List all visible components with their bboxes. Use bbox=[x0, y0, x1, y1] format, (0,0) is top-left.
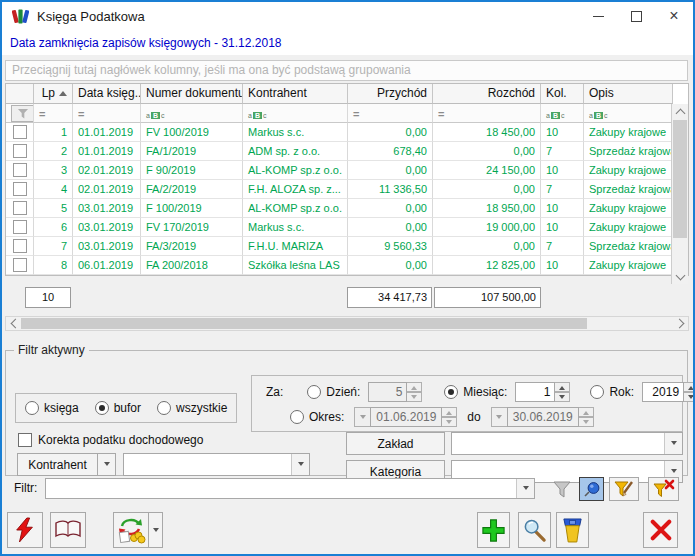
combo-dropdown-icon[interactable] bbox=[291, 454, 309, 475]
table-row[interactable]: 603.01.2019FV 170/2019Markus s.c.0,0019 … bbox=[6, 218, 688, 237]
row-checkbox[interactable] bbox=[13, 163, 27, 177]
pin-filter-button[interactable] bbox=[579, 477, 604, 501]
kontrahent-button[interactable]: Kontrahent bbox=[17, 453, 98, 476]
view-record-button[interactable] bbox=[518, 512, 551, 548]
combo-dropdown-icon[interactable] bbox=[516, 479, 534, 498]
column-header-select[interactable] bbox=[6, 84, 34, 104]
table-row[interactable]: 402.01.2019FA/2/2019F.H. ALOZA sp. z...1… bbox=[6, 180, 688, 199]
kontrahent-combo-value[interactable] bbox=[124, 454, 291, 475]
table-row[interactable]: 302.01.2019F 90/2019AL-KOMP sp.z o.o.0,0… bbox=[6, 161, 688, 180]
column-header-data[interactable]: Data księg... bbox=[73, 84, 141, 104]
table-row[interactable]: 806.01.2019FA 200/2018Szkółka leśna LAS0… bbox=[6, 256, 688, 275]
column-header-rozchod[interactable]: Rozchód bbox=[433, 84, 541, 104]
close-button[interactable]: × bbox=[655, 2, 693, 30]
radio-dzien[interactable]: Dzień: bbox=[307, 385, 360, 399]
okres-from-field[interactable]: 01.06.2019 bbox=[354, 407, 457, 427]
spin-down-icon[interactable] bbox=[555, 392, 570, 402]
renumber-button[interactable] bbox=[113, 512, 149, 548]
spin-down-icon[interactable] bbox=[407, 392, 422, 402]
filter-cell-rozchod[interactable]: = bbox=[433, 104, 541, 123]
radio-bufor[interactable]: bufor bbox=[95, 401, 141, 415]
close-window-button[interactable] bbox=[643, 512, 678, 548]
horizontal-scrollbar[interactable] bbox=[5, 316, 689, 331]
filtr-combo[interactable] bbox=[45, 478, 535, 499]
spin-down-icon[interactable] bbox=[579, 417, 594, 427]
zaklad-combo[interactable] bbox=[451, 432, 683, 455]
rok-spinner[interactable]: 2019 bbox=[642, 382, 695, 402]
rok-value[interactable]: 2019 bbox=[642, 382, 684, 402]
scroll-down-button[interactable] bbox=[672, 269, 688, 284]
okres-from-value[interactable]: 01.06.2019 bbox=[370, 407, 442, 427]
column-header-przychod[interactable]: Przychód bbox=[348, 84, 433, 104]
column-header-kol[interactable]: Kol. bbox=[541, 84, 584, 104]
horizontal-scroll-thumb[interactable] bbox=[21, 318, 587, 329]
renumber-dropdown-button[interactable] bbox=[148, 512, 163, 548]
cell-lp: 4 bbox=[34, 180, 73, 199]
table-row[interactable]: 703.01.2019FA/3/2019F.H.U. MARIZA9 560,3… bbox=[6, 237, 688, 256]
dzien-value[interactable]: 5 bbox=[368, 382, 407, 402]
filter-row-funnel-button[interactable] bbox=[11, 105, 34, 122]
maximize-button[interactable] bbox=[617, 2, 655, 30]
okres-to-field[interactable]: 30.06.2019 bbox=[491, 407, 594, 427]
date-dropdown-icon[interactable] bbox=[354, 407, 370, 427]
radio-ksiega[interactable]: księga bbox=[25, 401, 79, 415]
zaklad-button[interactable]: Zakład bbox=[346, 432, 445, 455]
spin-up-icon[interactable] bbox=[684, 382, 695, 392]
kontrahent-combo[interactable] bbox=[123, 453, 310, 476]
column-header-opis[interactable]: Opis bbox=[584, 84, 673, 104]
spin-up-icon[interactable] bbox=[579, 407, 594, 417]
filter-cell-lp[interactable]: = bbox=[34, 104, 73, 123]
filter-cell-kol[interactable]: aBc bbox=[541, 104, 584, 123]
scroll-right-button[interactable] bbox=[673, 317, 688, 330]
book-button[interactable] bbox=[50, 512, 86, 548]
delete-record-button[interactable] bbox=[556, 512, 589, 548]
row-checkbox[interactable] bbox=[13, 239, 27, 253]
spin-up-icon[interactable] bbox=[442, 407, 457, 417]
radio-okres[interactable]: Okres: bbox=[290, 410, 344, 424]
filter-cell-opis[interactable]: aBc bbox=[584, 104, 673, 123]
filter-cell-przychod[interactable]: = bbox=[348, 104, 433, 123]
table-row[interactable]: 101.01.2019FV 100/2019Markus s.c.0,0018 … bbox=[6, 123, 688, 142]
edit-filter-button[interactable] bbox=[609, 477, 639, 501]
filtr-combo-value[interactable] bbox=[46, 479, 516, 498]
row-checkbox[interactable] bbox=[13, 220, 27, 234]
filter-funnel-button[interactable] bbox=[548, 477, 576, 501]
miesiac-value[interactable]: 1 bbox=[515, 382, 555, 402]
quick-post-button[interactable] bbox=[7, 512, 43, 548]
vertical-scrollbar[interactable] bbox=[671, 104, 688, 284]
column-header-numer[interactable]: Numer dokumentu bbox=[141, 84, 243, 104]
clear-filter-button[interactable] bbox=[648, 477, 679, 501]
date-dropdown-icon[interactable] bbox=[491, 407, 507, 427]
filter-cell-data[interactable]: = bbox=[73, 104, 141, 123]
spin-down-icon[interactable] bbox=[684, 392, 695, 402]
vertical-scroll-thumb[interactable] bbox=[673, 120, 687, 238]
radio-miesiac[interactable]: Miesiąc: bbox=[444, 385, 507, 399]
radio-rok[interactable]: Rok: bbox=[590, 385, 634, 399]
row-checkbox[interactable] bbox=[13, 258, 27, 272]
scroll-left-button[interactable] bbox=[6, 317, 21, 330]
table-row[interactable]: 503.01.2019F 100/2019AL-KOMP sp.z o.o.0,… bbox=[6, 199, 688, 218]
row-checkbox[interactable] bbox=[13, 144, 27, 158]
row-checkbox[interactable] bbox=[13, 182, 27, 196]
zaklad-combo-value[interactable] bbox=[452, 433, 664, 454]
okres-to-value[interactable]: 30.06.2019 bbox=[507, 407, 579, 427]
kontrahent-dropdown-button[interactable] bbox=[97, 453, 116, 476]
spin-up-icon[interactable] bbox=[555, 382, 570, 392]
add-record-button[interactable] bbox=[477, 512, 510, 548]
radio-wszystkie[interactable]: wszystkie bbox=[157, 401, 227, 415]
miesiac-spinner[interactable]: 1 bbox=[515, 382, 570, 402]
dzien-spinner[interactable]: 5 bbox=[368, 382, 422, 402]
row-checkbox[interactable] bbox=[13, 201, 27, 215]
column-header-lp[interactable]: Lp bbox=[34, 84, 73, 104]
filter-cell-numer[interactable]: aBc bbox=[141, 104, 243, 123]
row-checkbox[interactable] bbox=[13, 125, 27, 139]
spin-up-icon[interactable] bbox=[407, 382, 422, 392]
filter-cell-kontrahent[interactable]: aBc bbox=[243, 104, 348, 123]
column-header-kontrahent[interactable]: Kontrahent bbox=[243, 84, 348, 104]
table-row[interactable]: 201.01.2019FA/1/2019ADM sp. z o.o.678,40… bbox=[6, 142, 688, 161]
korekta-checkbox[interactable]: Korekta podatku dochodowego bbox=[18, 433, 203, 447]
spin-down-icon[interactable] bbox=[442, 417, 457, 427]
minimize-button[interactable] bbox=[579, 2, 617, 30]
combo-dropdown-icon[interactable] bbox=[664, 433, 682, 454]
scroll-up-button[interactable] bbox=[672, 104, 688, 119]
